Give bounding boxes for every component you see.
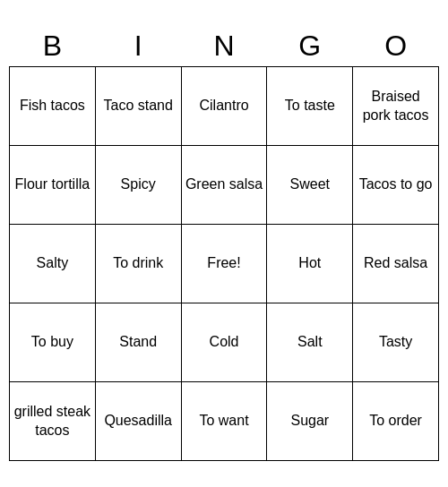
- bingo-cell-4-4: To order: [353, 382, 439, 461]
- bingo-cell-text-4-1: Quesadilla: [104, 413, 172, 428]
- bingo-cell-4-3: Sugar: [267, 382, 353, 461]
- bingo-cell-1-1: Spicy: [95, 146, 181, 225]
- bingo-cell-2-4: Red salsa: [353, 225, 439, 303]
- bingo-cell-2-0: Salty: [10, 225, 96, 303]
- bingo-cell-text-1-3: Sweet: [290, 176, 330, 192]
- bingo-cell-text-3-2: Cold: [210, 334, 239, 349]
- bingo-header-row: BINGO: [10, 26, 439, 67]
- bingo-cell-0-1: Taco stand: [95, 67, 181, 146]
- bingo-cell-0-3: To taste: [267, 67, 353, 146]
- bingo-cell-text-0-3: To taste: [285, 98, 335, 113]
- bingo-cell-1-0: Flour tortilla: [10, 146, 96, 225]
- header-O: O: [353, 26, 439, 67]
- bingo-cell-text-0-0: Fish tacos: [20, 98, 85, 113]
- bingo-cell-text-2-1: To drink: [113, 255, 163, 270]
- bingo-card: BINGO Fish tacosTaco standCilantroTo tas…: [9, 26, 439, 461]
- bingo-cell-text-2-2: Free!: [207, 255, 240, 270]
- bingo-cell-text-2-4: Red salsa: [364, 255, 427, 270]
- bingo-cell-text-4-0: grilled steak tacos: [14, 404, 90, 438]
- header-G: G: [267, 26, 353, 67]
- bingo-cell-3-3: Salt: [267, 303, 353, 382]
- bingo-cell-text-2-3: Hot: [298, 255, 321, 270]
- bingo-cell-1-4: Tacos to go: [353, 146, 439, 225]
- bingo-row-1: Flour tortillaSpicyGreen salsaSweetTacos…: [10, 146, 439, 225]
- bingo-cell-3-2: Cold: [181, 303, 267, 382]
- bingo-cell-3-1: Stand: [95, 303, 181, 382]
- bingo-row-2: SaltyTo drinkFree!HotRed salsa: [10, 225, 439, 303]
- bingo-cell-text-1-2: Green salsa: [185, 176, 263, 192]
- bingo-cell-text-3-1: Stand: [119, 334, 157, 349]
- bingo-row-3: To buyStandColdSaltTasty: [10, 303, 439, 382]
- header-N: N: [181, 26, 267, 67]
- bingo-cell-0-0: Fish tacos: [10, 67, 96, 146]
- bingo-cell-text-4-3: Sugar: [290, 413, 329, 428]
- bingo-cell-text-0-4: Braised pork tacos: [363, 89, 429, 123]
- bingo-cell-text-3-0: To buy: [31, 334, 73, 349]
- bingo-cell-1-2: Green salsa: [181, 146, 267, 225]
- bingo-cell-4-2: To want: [181, 382, 267, 461]
- header-I: I: [95, 26, 181, 67]
- bingo-row-0: Fish tacosTaco standCilantroTo tasteBrai…: [10, 67, 439, 146]
- bingo-cell-text-2-0: Salty: [37, 255, 69, 270]
- bingo-cell-4-1: Quesadilla: [95, 382, 181, 461]
- bingo-cell-text-3-3: Salt: [297, 334, 323, 349]
- bingo-cell-text-0-1: Taco stand: [103, 98, 172, 113]
- bingo-cell-text-1-4: Tacos to go: [359, 176, 433, 192]
- bingo-row-4: grilled steak tacosQuesadillaTo wantSuga…: [10, 382, 439, 461]
- bingo-cell-text-1-1: Spicy: [121, 176, 156, 192]
- bingo-cell-text-4-4: To order: [369, 413, 422, 428]
- bingo-cell-text-1-0: Flour tortilla: [15, 176, 90, 192]
- bingo-cell-3-0: To buy: [10, 303, 96, 382]
- bingo-cell-2-2: Free!: [181, 225, 267, 303]
- bingo-cell-4-0: grilled steak tacos: [10, 382, 96, 461]
- bingo-cell-1-3: Sweet: [267, 146, 353, 225]
- bingo-cell-0-4: Braised pork tacos: [353, 67, 439, 146]
- bingo-cell-2-3: Hot: [267, 225, 353, 303]
- bingo-cell-text-0-2: Cilantro: [199, 98, 248, 113]
- header-B: B: [10, 26, 96, 67]
- bingo-cell-0-2: Cilantro: [181, 67, 267, 146]
- bingo-cell-3-4: Tasty: [353, 303, 439, 382]
- bingo-cell-text-4-2: To want: [199, 413, 248, 428]
- bingo-cell-text-3-4: Tasty: [379, 334, 412, 349]
- bingo-cell-2-1: To drink: [95, 225, 181, 303]
